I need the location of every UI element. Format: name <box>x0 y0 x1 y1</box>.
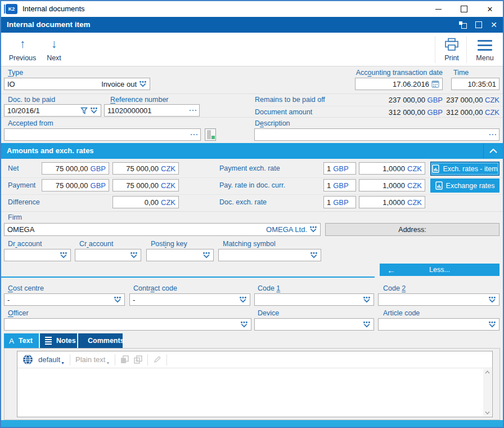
dr-account-dropdown[interactable] <box>60 252 68 259</box>
article-code-field[interactable] <box>378 318 500 331</box>
description-browse-button[interactable] <box>489 134 497 136</box>
minimize-button[interactable] <box>425 1 451 17</box>
description-label: Description <box>255 119 290 127</box>
pay-rate-doc-curr-label: Pay. rate in doc. curr. <box>219 181 285 189</box>
paste-icon[interactable] <box>120 355 129 364</box>
exch-rates-item-button[interactable]: Exch. rates - item <box>430 162 500 176</box>
cost-centre-dropdown[interactable] <box>114 296 122 304</box>
scroll-down-icon[interactable] <box>485 411 490 414</box>
posting-key-field[interactable] <box>146 249 214 261</box>
contract-code-label: Contract code <box>133 284 177 292</box>
cost-centre-field[interactable]: - <box>4 293 125 306</box>
cost-centre-label: Cost centre <box>8 284 44 292</box>
app-window: K2 Internal documents ✕ Internal documen… <box>0 0 504 428</box>
code-2-label: Code 2 <box>383 284 406 292</box>
menu-button[interactable]: Menu <box>470 36 500 63</box>
document-amount-local: 312 000,00 CZK <box>434 108 500 117</box>
restore-button[interactable] <box>459 21 467 29</box>
payment-exch-rate-field[interactable]: 1,0000CZK <box>359 162 425 175</box>
cr-account-field[interactable] <box>75 249 141 261</box>
type-dropdown[interactable] <box>139 81 147 88</box>
address-button[interactable]: Address: <box>325 223 500 236</box>
time-field[interactable]: 10:35:01 <box>451 78 500 90</box>
chart-indicator-icon[interactable] <box>205 128 216 141</box>
edit-pencil-icon[interactable] <box>153 355 161 364</box>
amounts-section-header: Amounts and exch. rates <box>1 143 503 159</box>
tab-text[interactable]: A Text <box>4 333 39 348</box>
code-2-dropdown[interactable] <box>488 296 496 304</box>
tab-notes[interactable]: Notes <box>40 333 77 348</box>
print-label: Print <box>444 54 459 62</box>
reference-number-value: 11020000001 <box>107 106 152 115</box>
paste-special-icon[interactable] <box>134 355 142 364</box>
difference-local-amount-field[interactable]: 0,00CZK <box>112 196 179 208</box>
close-button[interactable]: ✕ <box>477 1 503 17</box>
matching-symbol-field[interactable] <box>218 249 321 261</box>
editor-scrollbar[interactable] <box>483 369 492 416</box>
notes-icon <box>45 337 52 345</box>
next-button[interactable]: ↓ Next <box>38 36 70 63</box>
net-local-amount-field[interactable]: 75 000,00CZK <box>112 162 179 175</box>
previous-button[interactable]: ↑ Previous <box>7 36 38 63</box>
contract-code-dropdown[interactable] <box>239 296 247 304</box>
dr-account-field[interactable] <box>4 249 71 261</box>
device-field[interactable] <box>254 318 374 331</box>
firm-field[interactable]: OMEGA OMEGA Ltd. <box>4 223 321 236</box>
doc-to-be-paid-dropdown[interactable] <box>90 107 98 114</box>
print-button[interactable]: Print <box>438 36 465 63</box>
tab-comments[interactable]: Comments <box>78 333 123 348</box>
maximize-button[interactable] <box>451 1 477 17</box>
toolbar-separator <box>466 36 467 63</box>
globe-icon[interactable] <box>22 354 33 365</box>
payment-local-amount-field[interactable]: 75 000,00CZK <box>112 179 179 191</box>
text-editor: default▼ Plain text▼ <box>17 351 493 417</box>
dropdown-icon <box>309 226 317 233</box>
collapse-section-button[interactable] <box>483 143 503 159</box>
description-field[interactable] <box>254 128 500 141</box>
exchange-rates-button[interactable]: Exchange rates <box>430 179 500 193</box>
posting-key-dropdown[interactable] <box>202 252 210 259</box>
calendar-icon[interactable] <box>431 80 439 88</box>
cr-account-dropdown[interactable] <box>130 252 138 259</box>
firm-dropdown[interactable] <box>309 226 317 233</box>
code-1-field[interactable] <box>254 293 374 306</box>
payment-doc-amount-field[interactable]: 75 000,00GBP <box>42 179 109 191</box>
code-2-field[interactable] <box>378 293 500 306</box>
reference-number-field[interactable]: 11020000001 <box>104 104 200 117</box>
pay-rate-base-field[interactable]: 1GBP <box>323 179 356 191</box>
doc-to-be-paid-field[interactable]: 10/2016/1 <box>4 104 101 117</box>
editor-content[interactable] <box>17 369 483 417</box>
doc-close-button[interactable]: ✕ <box>490 21 497 29</box>
dropdown-icon <box>90 107 98 114</box>
payment-exch-rate-base-field[interactable]: 1GBP <box>323 162 356 175</box>
less-button[interactable]: ← Less... <box>380 264 500 276</box>
firm-code: OMEGA <box>7 225 34 234</box>
maximize-icon <box>461 6 467 12</box>
accepted-from-field[interactable] <box>4 128 201 141</box>
accepted-from-browse-button[interactable] <box>191 134 198 136</box>
doc-exch-rate-field[interactable]: 1,0000CZK <box>359 196 425 208</box>
type-field[interactable]: IO Invoice out <box>4 78 150 90</box>
article-code-dropdown[interactable] <box>488 321 496 328</box>
device-dropdown[interactable] <box>363 321 371 328</box>
divider <box>1 93 503 94</box>
officer-field[interactable] <box>4 318 251 331</box>
officer-dropdown[interactable] <box>240 321 248 328</box>
language-selector[interactable]: default▼ <box>38 355 65 364</box>
document-amount-doc: 312 000,00 GBP <box>355 108 443 117</box>
reference-number-browse-button[interactable] <box>190 110 197 112</box>
format-selector[interactable]: Plain text▼ <box>75 355 110 364</box>
pay-rate-field[interactable]: 1,0000CZK <box>359 179 425 191</box>
net-doc-amount-field[interactable]: 75 000,00GBP <box>42 162 109 175</box>
dropdown-icon <box>488 321 496 328</box>
filter-icon[interactable] <box>80 107 88 114</box>
scroll-up-icon[interactable] <box>485 371 490 374</box>
contract-code-field[interactable]: - <box>129 293 250 306</box>
doc-exch-rate-base-field[interactable]: 1GBP <box>323 196 356 208</box>
amounts-section-title: Amounts and exch. rates <box>7 146 94 155</box>
doc-maximize-button[interactable] <box>475 21 482 28</box>
document-title: Internal document item <box>7 20 91 29</box>
matching-symbol-dropdown[interactable] <box>310 252 318 259</box>
code-1-dropdown[interactable] <box>363 296 371 304</box>
accounting-date-field[interactable]: 17.06.2016 <box>355 78 443 90</box>
